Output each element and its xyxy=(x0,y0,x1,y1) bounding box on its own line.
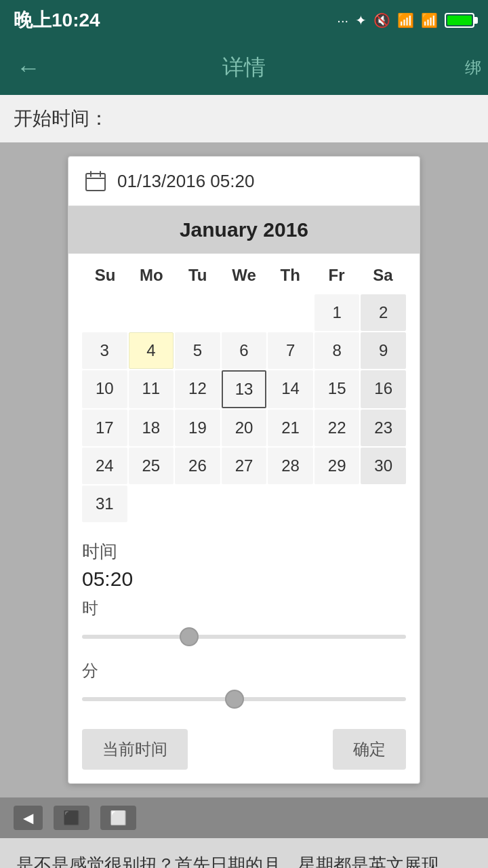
cal-day-20[interactable]: 20 xyxy=(222,410,267,446)
nav-btn-1[interactable]: ◀ xyxy=(14,806,43,830)
picker-overlay: 01/13/2016 05:20 January 2016 Su Mo Tu W… xyxy=(0,142,488,797)
cal-day-18[interactable]: 18 xyxy=(129,410,174,446)
nav-btn-2[interactable]: ⬛ xyxy=(54,806,89,830)
battery-icon xyxy=(445,13,474,28)
cal-empty xyxy=(222,294,267,331)
weekday-sa: Sa xyxy=(360,260,406,290)
weekday-su: Su xyxy=(82,260,128,290)
signal-dots-icon: ··· xyxy=(337,13,348,28)
cal-day-13[interactable]: 13 xyxy=(222,370,267,408)
confirm-button[interactable]: 确定 xyxy=(333,729,406,770)
weekday-fr: Fr xyxy=(313,260,359,290)
hour-slider-track[interactable] xyxy=(82,635,406,639)
status-time: 晚上10:24 xyxy=(14,7,100,33)
cal-day-16[interactable]: 16 xyxy=(361,370,406,408)
cal-day-6[interactable]: 6 xyxy=(222,332,267,369)
cal-empty xyxy=(175,294,220,331)
cal-day-21[interactable]: 21 xyxy=(268,410,313,446)
calendar-days: 1234567891011121314151617181920212223242… xyxy=(82,294,406,522)
min-slider-container[interactable] xyxy=(82,686,406,713)
bottom-nav: ◀ ⬛ ⬜ xyxy=(0,797,488,838)
wifi-icon: 📶 xyxy=(397,12,414,28)
cal-day-3[interactable]: 3 xyxy=(82,332,127,369)
app-bar: ← 详情 绑 xyxy=(0,41,488,95)
svg-rect-0 xyxy=(86,174,105,191)
cal-day-4[interactable]: 4 xyxy=(129,332,174,369)
cal-day-15[interactable]: 15 xyxy=(314,370,360,408)
cal-day-24[interactable]: 24 xyxy=(82,448,127,484)
cal-day-30[interactable]: 30 xyxy=(361,448,406,484)
status-bar: 晚上10:24 ··· ✦ 🔇 📶 📶 xyxy=(0,0,488,41)
cal-day-1[interactable]: 1 xyxy=(314,294,360,331)
calendar-icon xyxy=(82,167,109,195)
month-header[interactable]: January 2016 xyxy=(68,206,420,254)
picker-buttons: 当前时间 确定 xyxy=(68,722,420,770)
hour-slider-thumb[interactable] xyxy=(180,627,199,646)
calendar-grid: Su Mo Tu We Th Fr Sa 1234567891011121314… xyxy=(68,254,420,529)
page-title: 详情 xyxy=(222,53,266,83)
mute-icon: 🔇 xyxy=(373,12,390,28)
cal-day-26[interactable]: 26 xyxy=(175,448,220,484)
time-section-label: 时间 xyxy=(82,540,406,564)
back-button[interactable]: ← xyxy=(16,54,41,82)
hour-label: 时 xyxy=(82,597,406,619)
cal-day-7[interactable]: 7 xyxy=(268,332,313,369)
signal-icon: 📶 xyxy=(421,12,438,28)
start-time-row: 开始时间： xyxy=(0,95,488,142)
cal-day-5[interactable]: 5 xyxy=(175,332,220,369)
cal-empty xyxy=(82,294,127,331)
cal-day-29[interactable]: 29 xyxy=(314,448,360,484)
bluetooth-icon: ✦ xyxy=(355,12,367,28)
min-label: 分 xyxy=(82,660,406,682)
cal-day-22[interactable]: 22 xyxy=(314,410,360,446)
nav-btn-3[interactable]: ⬜ xyxy=(100,806,136,830)
cal-day-9[interactable]: 9 xyxy=(361,332,406,369)
hour-slider-container[interactable] xyxy=(82,623,406,650)
cal-day-17[interactable]: 17 xyxy=(82,410,127,446)
weekday-th: Th xyxy=(267,260,313,290)
weekday-mo: Mo xyxy=(128,260,174,290)
datetime-input-row[interactable]: 01/13/2016 05:20 xyxy=(68,157,420,206)
cal-day-8[interactable]: 8 xyxy=(314,332,360,369)
bottom-text: 是不是感觉很别扭？首先日期的月，星期都是英文展现，并且input中的格式为月、日… xyxy=(16,852,472,868)
min-slider-thumb[interactable] xyxy=(225,690,244,709)
right-action: 绑 xyxy=(465,57,488,79)
weekday-we: We xyxy=(221,260,267,290)
cal-day-23[interactable]: 23 xyxy=(361,410,406,446)
cal-day-12[interactable]: 12 xyxy=(175,370,220,408)
start-time-label: 开始时间： xyxy=(14,106,108,132)
cal-day-14[interactable]: 14 xyxy=(268,370,313,408)
date-picker: 01/13/2016 05:20 January 2016 Su Mo Tu W… xyxy=(68,156,420,784)
min-slider-track[interactable] xyxy=(82,697,406,701)
cal-day-19[interactable]: 19 xyxy=(175,410,220,446)
status-icons: ··· ✦ 🔇 📶 📶 xyxy=(337,12,474,28)
weekday-tu: Tu xyxy=(175,260,221,290)
current-time-button[interactable]: 当前时间 xyxy=(82,729,188,770)
cal-day-25[interactable]: 25 xyxy=(129,448,174,484)
bottom-text-area: 是不是感觉很别扭？首先日期的月，星期都是英文展现，并且input中的格式为月、日… xyxy=(0,838,488,868)
cal-day-10[interactable]: 10 xyxy=(82,370,127,408)
cal-empty xyxy=(129,294,174,331)
cal-day-28[interactable]: 28 xyxy=(268,448,313,484)
cal-day-11[interactable]: 11 xyxy=(129,370,174,408)
cal-day-2[interactable]: 2 xyxy=(361,294,406,331)
weekdays-row: Su Mo Tu We Th Fr Sa xyxy=(82,260,406,290)
cal-day-27[interactable]: 27 xyxy=(222,448,267,484)
time-value: 05:20 xyxy=(82,568,406,591)
datetime-value[interactable]: 01/13/2016 05:20 xyxy=(117,171,254,192)
cal-empty xyxy=(268,294,313,331)
cal-day-31[interactable]: 31 xyxy=(82,486,127,522)
time-section: 时间 05:20 时 分 xyxy=(68,529,420,713)
